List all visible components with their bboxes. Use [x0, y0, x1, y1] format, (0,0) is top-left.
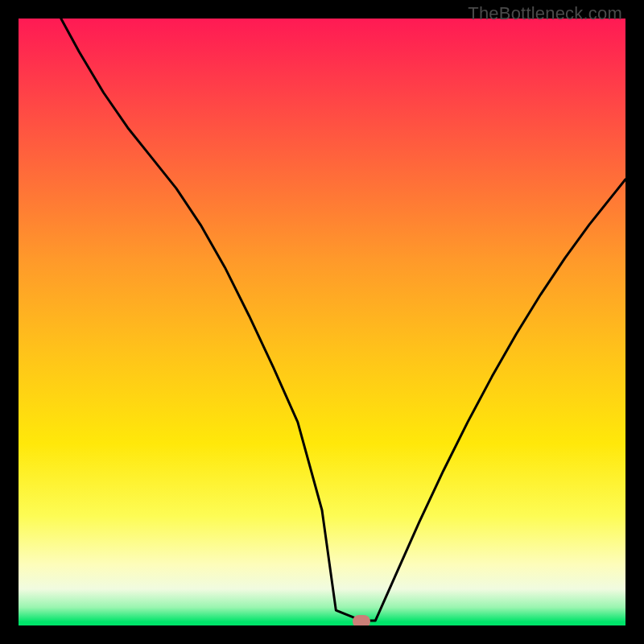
chart-frame: TheBottleneck.com	[0, 0, 644, 644]
line-series	[19, 19, 625, 625]
watermark-text: TheBottleneck.com	[468, 3, 622, 24]
plot-area	[19, 19, 625, 625]
highlight-marker	[353, 615, 370, 625]
